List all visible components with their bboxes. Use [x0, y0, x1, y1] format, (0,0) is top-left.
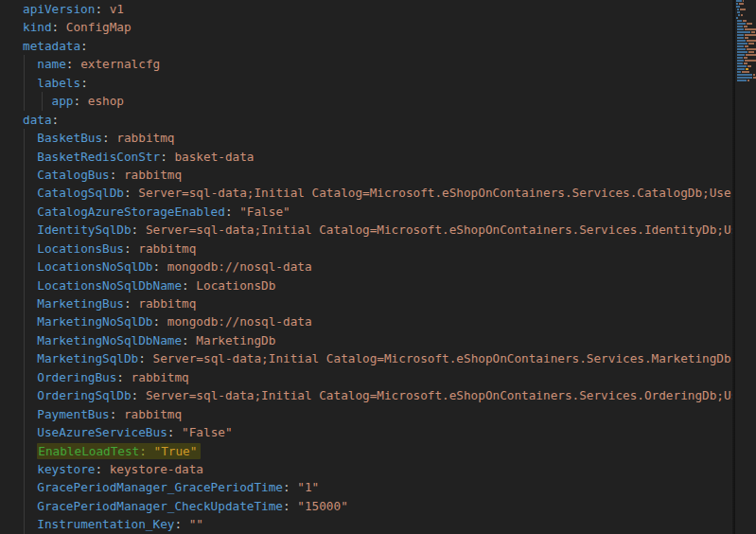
- yaml-value: Server=sql-data;Initial Catalog=Microsof…: [146, 388, 733, 402]
- yaml-key: LocationsBus: [37, 241, 124, 256]
- minimap-key-mark: [737, 40, 746, 42]
- minimap-value-mark: [747, 48, 756, 50]
- yaml-value: rabbitmq: [132, 370, 189, 384]
- code-line[interactable]: apiVersion: v1: [0, 0, 733, 18]
- yaml-colon: :: [153, 259, 167, 274]
- code-text: IdentitySqlDb: Server=sql-data;Initial C…: [37, 222, 733, 237]
- code-line[interactable]: CatalogAzureStorageEnabled: "False": [0, 203, 733, 221]
- code-line[interactable]: PaymentBus: rabbitmq: [0, 405, 733, 423]
- code-line[interactable]: data:: [0, 111, 733, 129]
- yaml-key: OrderingSqlDb: [37, 388, 131, 402]
- code-text: CatalogBus: rabbitmq: [37, 168, 182, 182]
- minimap-value-mark: [744, 26, 747, 27]
- code-text: MarketingNoSqlDb: mongodb://nosql-data: [37, 314, 311, 329]
- code-line[interactable]: GracePeriodManager_GracePeriodTime: "1": [0, 478, 733, 496]
- minimap[interactable]: [735, 0, 756, 534]
- code-line[interactable]: MarketingSqlDb: Server=sql-data;Initial …: [0, 349, 733, 367]
- yaml-value: ConfigMap: [66, 20, 132, 34]
- yaml-value: "False": [182, 425, 232, 439]
- yaml-value: eshop: [88, 94, 124, 108]
- yaml-key: labels: [37, 76, 80, 90]
- yaml-colon: :: [153, 314, 167, 329]
- yaml-key: name: [37, 57, 66, 71]
- indent-guide: [24, 478, 25, 496]
- yaml-key: Instrumentation_Key: [37, 517, 174, 531]
- yaml-colon: :: [124, 241, 138, 256]
- code-line[interactable]: LocationsNoSqlDb: mongodb://nosql-data: [0, 258, 733, 276]
- code-text: kind: ConfigMap: [23, 20, 132, 34]
- minimap-value-mark: [745, 37, 748, 39]
- yaml-value: Server=sql-data;Initial Catalog=Microsof…: [138, 186, 733, 200]
- code-line[interactable]: BasketBus: rabbitmq: [0, 129, 733, 147]
- yaml-key: BasketBus: [37, 131, 102, 145]
- editor[interactable]: apiVersion: v1kind: ConfigMapmetadata:na…: [0, 0, 733, 534]
- yaml-value: "1": [297, 480, 319, 494]
- yaml-key: PaymentBus: [37, 407, 109, 421]
- indent-guide: [24, 129, 25, 147]
- minimap-value-mark: [743, 0, 744, 2]
- code-line[interactable]: GracePeriodManager_CheckUpdateTime: "150…: [0, 497, 733, 515]
- minimap-line-mark: [737, 57, 756, 59]
- code-line[interactable]: OrderingSqlDb: Server=sql-data;Initial C…: [0, 386, 733, 404]
- code-line[interactable]: CatalogSqlDb: Server=sql-data;Initial Ca…: [0, 184, 733, 202]
- code-line[interactable]: Instrumentation_Key: "": [0, 515, 733, 533]
- yaml-colon: :: [174, 517, 188, 531]
- minimap-key-mark: [736, 17, 738, 19]
- indent-guide: [24, 148, 25, 166]
- yaml-key: LocationsNoSqlDbName: [37, 278, 182, 293]
- code-line[interactable]: OrderingBus: rabbitmq: [0, 368, 733, 386]
- yaml-key: MarketingNoSqlDb: [37, 314, 152, 329]
- minimap-value-mark: [743, 20, 747, 22]
- indent-guide: [24, 312, 25, 330]
- indent-guide: [24, 55, 25, 73]
- yaml-colon: :: [138, 351, 152, 365]
- minimap-key-mark: [737, 43, 747, 44]
- yaml-colon: :: [74, 94, 88, 108]
- yaml-value: "15000": [297, 499, 347, 513]
- yaml-colon: :: [110, 407, 124, 421]
- minimap-key-mark: [737, 54, 745, 56]
- yaml-value: basket-data: [174, 150, 254, 164]
- minimap-line-mark: [737, 31, 756, 33]
- indent-guide: [24, 515, 25, 533]
- code-line[interactable]: name: externalcfg: [0, 55, 733, 73]
- yaml-colon: :: [102, 131, 116, 145]
- code-line[interactable]: app: eshop: [0, 92, 733, 110]
- code-line[interactable]: metadata:: [0, 37, 733, 55]
- code-line[interactable]: kind: ConfigMap: [0, 18, 733, 36]
- code-text: MarketingSqlDb: Server=sql-data;Initial …: [37, 351, 733, 365]
- yaml-colon: :: [95, 2, 109, 16]
- minimap-line-mark: [737, 62, 756, 64]
- code-text: GracePeriodManager_GracePeriodTime: "1": [37, 480, 319, 494]
- code-line[interactable]: labels:: [0, 74, 733, 92]
- code-line[interactable]: keystore: keystore-data: [0, 460, 733, 478]
- minimap-key-mark: [737, 68, 745, 70]
- code-line[interactable]: BasketRedisConStr: basket-data: [0, 148, 733, 166]
- code-text: BasketRedisConStr: basket-data: [37, 150, 254, 164]
- code-line[interactable]: EnableLoadTest: "True": [0, 442, 733, 460]
- code-line[interactable]: UseAzureServiceBus: "False": [0, 423, 733, 441]
- yaml-key: MarketingNoSqlDbName: [37, 333, 182, 347]
- yaml-key: apiVersion: [23, 2, 95, 16]
- code-line[interactable]: IdentitySqlDb: Server=sql-data;Initial C…: [0, 221, 733, 239]
- code-text: BasketBus: rabbitmq: [37, 131, 174, 145]
- indent-guide: [24, 460, 25, 478]
- minimap-line-mark: [737, 80, 756, 81]
- code-line[interactable]: MarketingBus: rabbitmq: [0, 294, 733, 312]
- code-line[interactable]: LocationsNoSqlDbName: LocationsDb: [0, 276, 733, 294]
- code-line[interactable]: LocationsBus: rabbitmq: [0, 240, 733, 258]
- minimap-line-mark: [737, 60, 756, 62]
- yaml-colon: :: [182, 333, 196, 347]
- indent-guide: [24, 331, 25, 349]
- minimap-key-mark: [737, 11, 740, 13]
- minimap-value-mark: [744, 57, 747, 59]
- code-line[interactable]: CatalogBus: rabbitmq: [0, 166, 733, 184]
- minimap-line-mark: [737, 51, 756, 53]
- minimap-key-mark: [737, 45, 744, 47]
- minimap-line-mark: [736, 3, 756, 5]
- yaml-colon: :: [225, 205, 239, 219]
- code-line[interactable]: MarketingNoSqlDb: mongodb://nosql-data: [0, 312, 733, 330]
- yaml-value: rabbitmq: [138, 296, 196, 311]
- code-line[interactable]: MarketingNoSqlDbName: MarketingDb: [0, 331, 733, 349]
- yaml-value: rabbitmq: [124, 407, 182, 421]
